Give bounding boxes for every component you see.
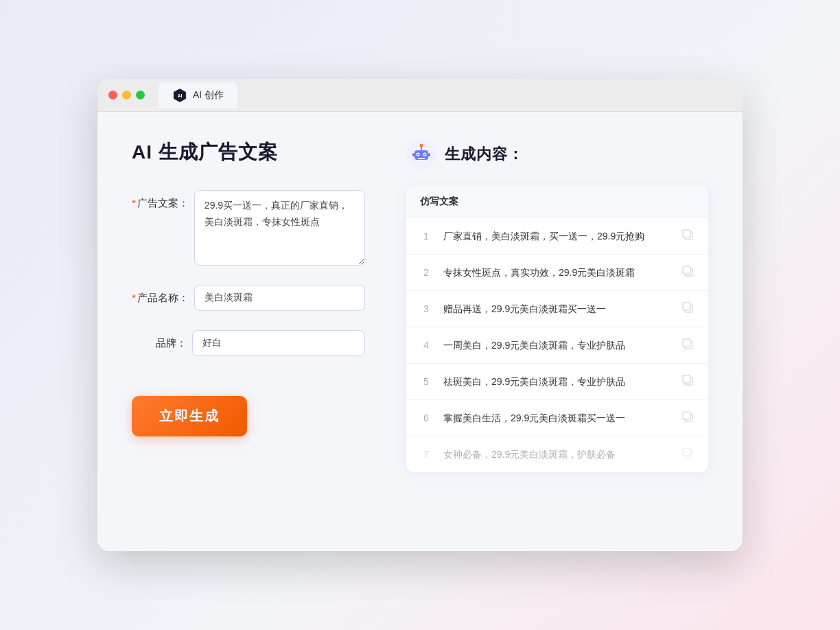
- svg-rect-14: [683, 230, 690, 237]
- page-title: AI 生成广告文案: [132, 139, 365, 165]
- svg-rect-12: [428, 153, 430, 156]
- product-name-group: *产品名称：: [132, 285, 365, 311]
- copy-button[interactable]: [681, 410, 695, 426]
- content-area: AI 生成广告文案 *广告文案： 29.9买一送一，真正的厂家直销，美白淡斑霜，…: [97, 112, 743, 551]
- traffic-lights: [108, 91, 145, 100]
- required-star-ad: *: [132, 197, 136, 209]
- result-header: 生成内容：: [406, 139, 708, 170]
- tab-ai-creation[interactable]: AI AI 创作: [159, 82, 237, 108]
- result-text: 厂家直销，美白淡斑霜，买一送一，29.9元抢购: [443, 229, 670, 244]
- result-text: 一周美白，29.9元美白淡斑霜，专业护肤品: [443, 338, 670, 353]
- copy-button[interactable]: [681, 337, 695, 353]
- result-item: 5祛斑美白，29.9元美白淡斑霜，专业护肤品: [406, 364, 708, 400]
- minimize-button[interactable]: [122, 91, 131, 100]
- result-item: 3赠品再送，29.9元美白淡斑霜买一送一: [406, 291, 708, 327]
- result-number: 2: [420, 267, 432, 278]
- result-number: 7: [420, 449, 432, 460]
- copy-button[interactable]: [681, 264, 695, 281]
- result-text: 掌握美白生活，29.9元美白淡斑霜买一送一: [443, 411, 670, 425]
- robot-icon: [406, 139, 436, 170]
- result-text: 专抹女性斑点，真实功效，29.9元美白淡斑霜: [443, 266, 670, 280]
- svg-point-6: [417, 154, 419, 155]
- product-name-input[interactable]: [194, 285, 365, 311]
- copy-button[interactable]: [681, 301, 695, 317]
- copy-button[interactable]: [681, 446, 695, 463]
- result-item: 6掌握美白生活，29.9元美白淡斑霜买一送一: [406, 400, 708, 436]
- browser-window: AI AI 创作 AI 生成广告文案 *广告文案： 29.9买一送一，真正的厂家…: [97, 79, 743, 551]
- svg-point-10: [420, 144, 423, 148]
- tab-label: AI 创作: [193, 89, 224, 102]
- result-list: 1厂家直销，美白淡斑霜，买一送一，29.9元抢购 2专抹女性斑点，真实功效，29…: [406, 218, 708, 472]
- result-item: 4一周美白，29.9元美白淡斑霜，专业护肤品: [406, 327, 708, 364]
- result-column-header: 仿写文案: [406, 186, 708, 218]
- svg-rect-18: [683, 303, 690, 310]
- title-bar: AI AI 创作: [97, 79, 743, 112]
- svg-text:AI: AI: [177, 93, 182, 98]
- product-name-label: *产品名称：: [132, 285, 189, 305]
- svg-rect-24: [683, 412, 690, 419]
- result-number: 4: [420, 340, 432, 351]
- right-panel: 生成内容： 仿写文案 1厂家直销，美白淡斑霜，买一送一，29.9元抢购 2专抹女…: [406, 139, 708, 524]
- result-item: 1厂家直销，美白淡斑霜，买一送一，29.9元抢购: [406, 218, 708, 255]
- brand-input[interactable]: [192, 330, 365, 356]
- result-item: 7女神必备，29.9元美白淡斑霜，护肤必备: [406, 436, 708, 472]
- result-number: 1: [420, 231, 432, 242]
- maximize-button[interactable]: [136, 91, 145, 100]
- left-panel: AI 生成广告文案 *广告文案： 29.9买一送一，真正的厂家直销，美白淡斑霜，…: [132, 139, 365, 524]
- result-text: 赠品再送，29.9元美白淡斑霜买一送一: [443, 302, 670, 316]
- svg-rect-8: [418, 158, 425, 159]
- result-number: 3: [420, 303, 432, 314]
- required-star-product: *: [132, 292, 136, 303]
- close-button[interactable]: [108, 91, 117, 100]
- copy-button[interactable]: [681, 373, 695, 390]
- result-box: 仿写文案 1厂家直销，美白淡斑霜，买一送一，29.9元抢购 2专抹女性斑点，真实…: [406, 186, 708, 472]
- result-number: 5: [420, 376, 432, 387]
- svg-rect-26: [683, 448, 690, 456]
- svg-rect-16: [683, 266, 690, 274]
- result-title: 生成内容：: [445, 144, 524, 165]
- svg-rect-11: [412, 153, 415, 156]
- brand-group: 品牌：: [132, 330, 365, 356]
- svg-point-7: [424, 154, 425, 155]
- generate-button[interactable]: 立即生成: [132, 396, 247, 436]
- copy-button[interactable]: [681, 228, 695, 244]
- result-item: 2专抹女性斑点，真实功效，29.9元美白淡斑霜: [406, 255, 708, 291]
- ai-tab-icon: AI: [172, 88, 187, 103]
- result-text: 祛斑美白，29.9元美白淡斑霜，专业护肤品: [443, 375, 670, 389]
- svg-rect-20: [683, 339, 690, 347]
- svg-rect-22: [683, 375, 690, 383]
- ad-copy-label: *广告文案：: [132, 190, 189, 210]
- result-text: 女神必备，29.9元美白淡斑霜，护肤必备: [443, 447, 670, 462]
- ad-copy-input[interactable]: 29.9买一送一，真正的厂家直销，美白淡斑霜，专抹女性斑点: [194, 190, 365, 266]
- ad-copy-group: *广告文案： 29.9买一送一，真正的厂家直销，美白淡斑霜，专抹女性斑点: [132, 190, 365, 266]
- brand-label: 品牌：: [132, 330, 187, 350]
- result-number: 6: [420, 412, 432, 423]
